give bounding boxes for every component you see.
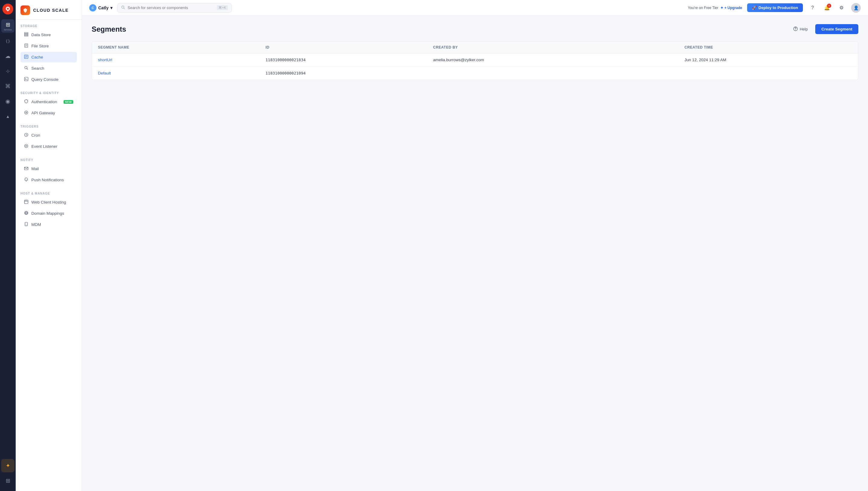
help-page-label: Help	[800, 27, 808, 31]
api-gateway-icon	[24, 110, 28, 116]
mail-icon	[24, 166, 28, 171]
user-avatar[interactable]: 👤	[851, 3, 861, 13]
sidebar-logo	[21, 5, 30, 15]
rail-item-tools[interactable]: ✦	[1, 459, 14, 472]
svg-point-0	[7, 8, 9, 10]
push-notifications-icon	[24, 177, 28, 182]
segment-id-1: 11831000000021094	[266, 71, 433, 76]
monitor-icon: ◉	[5, 98, 10, 105]
sidebar-item-file-store[interactable]: File Store	[21, 41, 77, 51]
segments-table: Segment Name ID Created By Created Time …	[92, 41, 858, 80]
upgrade-label: + Upgrade	[724, 6, 742, 10]
sidebar-item-web-client-hosting[interactable]: Web Client Hosting	[21, 197, 77, 207]
grid-icon: ⊞	[6, 478, 10, 484]
sidebar-item-label-cron: Cron	[31, 133, 73, 138]
services-icon: ⊞	[6, 21, 10, 28]
rail-item-monitor[interactable]: ◉	[1, 95, 14, 108]
sidebar-item-label-web-client-hosting: Web Client Hosting	[31, 200, 73, 204]
section-label-storage: STORAGE	[21, 24, 77, 28]
topbar: C Catly ▾ ⌘+K You're on Free Tier ✦ + Up…	[82, 0, 868, 16]
help-button[interactable]: ?	[808, 3, 817, 13]
analytics-icon: ⊹	[6, 68, 10, 74]
rail-item-connections[interactable]: ⌘	[1, 80, 14, 93]
page-header-actions: Help Create Segment	[789, 24, 858, 34]
avatar-placeholder: 👤	[854, 5, 859, 10]
rail-item-deploy[interactable]: ▲	[1, 110, 14, 123]
sidebar-item-authentication[interactable]: Authentication NEW	[21, 96, 77, 107]
tools-icon: ✦	[6, 462, 10, 469]
sidebar-item-api-gateway[interactable]: API Gateway	[21, 108, 77, 118]
upgrade-link[interactable]: ✦ + Upgrade	[720, 6, 742, 10]
free-tier-info: You're on Free Tier ✦ + Upgrade	[688, 6, 742, 10]
web-client-hosting-icon	[24, 200, 28, 205]
rail-item-analytics[interactable]: ⊹	[1, 64, 14, 78]
free-tier-text: You're on Free Tier	[688, 6, 718, 10]
workspace-name: Catly	[98, 5, 108, 10]
sidebar-item-label-query-console: Query Console	[31, 77, 73, 82]
sidebar-item-cache[interactable]: Cache	[21, 52, 77, 62]
deploy-to-production-button[interactable]: 🚀 Deploy to Production	[747, 3, 803, 12]
settings-button[interactable]: ⚙	[837, 3, 846, 13]
sidebar-item-push-notifications[interactable]: Push Notifications	[21, 175, 77, 185]
sidebar-item-cron[interactable]: Cron	[21, 130, 77, 141]
table-row: shortUrl 11831000000021834 amelia.burrow…	[92, 53, 858, 67]
svg-point-17	[122, 6, 124, 8]
section-label-security: SECURITY & IDENTITY	[21, 91, 77, 95]
rail-item-grid[interactable]: ⊞	[1, 474, 14, 487]
sidebar-item-label-push-notifications: Push Notifications	[31, 178, 73, 182]
segment-name-short-url[interactable]: shortUrl	[98, 58, 266, 62]
sidebar-item-search[interactable]: Search	[21, 63, 77, 74]
page-header: Segments Help Create Segment	[92, 24, 858, 34]
table-header: Segment Name ID Created By Created Time	[92, 41, 858, 53]
search-icon	[24, 66, 28, 71]
sidebar: CLOUD SCALE STORAGE Data Store File Stor…	[16, 0, 82, 491]
notifications-button[interactable]: 🔔 1	[822, 3, 832, 13]
authentication-icon	[24, 99, 28, 104]
search-input[interactable]	[127, 5, 214, 10]
main-content: C Catly ▾ ⌘+K You're on Free Tier ✦ + Up…	[82, 0, 868, 491]
workspace-dropdown-icon: ▾	[110, 5, 113, 10]
sidebar-item-mdm[interactable]: MDM	[21, 219, 77, 230]
page-content: Segments Help Create Segment Segment Nam…	[82, 16, 868, 491]
search-magnifier-icon	[121, 5, 125, 10]
workspace-selector[interactable]: C Catly ▾	[89, 4, 113, 11]
domain-mappings-icon	[24, 211, 28, 216]
help-page-button[interactable]: Help	[789, 24, 812, 34]
rocket-icon: 🚀	[752, 5, 757, 10]
svg-point-19	[795, 30, 796, 30]
sidebar-item-label-api-gateway: API Gateway	[31, 111, 73, 115]
mdm-icon	[24, 222, 28, 227]
section-label-notify: NOTIFY	[21, 158, 77, 162]
sidebar-item-mail[interactable]: Mail	[21, 164, 77, 174]
svg-rect-2	[24, 34, 28, 35]
rail-item-cloud[interactable]: ☁	[1, 50, 14, 63]
svg-rect-3	[24, 35, 28, 36]
search-shortcut: ⌘+K	[217, 5, 228, 10]
topbar-right: You're on Free Tier ✦ + Upgrade 🚀 Deploy…	[688, 3, 861, 13]
search-bar[interactable]: ⌘+K	[117, 3, 232, 13]
sidebar-section-notify: NOTIFY Mail Push Notifications	[16, 153, 82, 187]
create-segment-button[interactable]: Create Segment	[815, 24, 858, 34]
sidebar-item-label-domain-mappings: Domain Mappings	[31, 211, 73, 215]
rail-item-services[interactable]: ⊞ Services	[1, 19, 14, 33]
sidebar-item-label-search: Search	[31, 66, 73, 70]
cloud-icon: ☁	[5, 53, 10, 59]
sidebar-item-event-listener[interactable]: Event Listener	[21, 141, 77, 152]
sidebar-section-triggers: TRIGGERS Cron Event Listener	[16, 120, 82, 153]
upgrade-icon: ✦	[720, 6, 723, 10]
deploy-icon: ▲	[6, 114, 10, 119]
sidebar-item-domain-mappings[interactable]: Domain Mappings	[21, 208, 77, 219]
segment-name-default[interactable]: Default	[98, 71, 266, 76]
section-label-host: HOST & MANAGE	[21, 192, 77, 195]
sidebar-item-data-store[interactable]: Data Store	[21, 30, 77, 40]
sidebar-section-host: HOST & MANAGE Web Client Hosting Domain …	[16, 187, 82, 232]
rail-item-functions[interactable]: {}	[1, 34, 14, 48]
segment-created-time-0: Jun 12, 2024 11:29 AM	[684, 58, 852, 62]
sidebar-section-storage: STORAGE Data Store File Store Cache Sear…	[16, 20, 82, 87]
col-header-created-by: Created By	[433, 45, 684, 50]
sidebar-item-query-console[interactable]: Query Console	[21, 74, 77, 85]
help-page-icon	[793, 27, 798, 32]
page-title: Segments	[92, 25, 126, 33]
svg-point-16	[26, 225, 27, 226]
workspace-avatar: C	[89, 4, 96, 11]
